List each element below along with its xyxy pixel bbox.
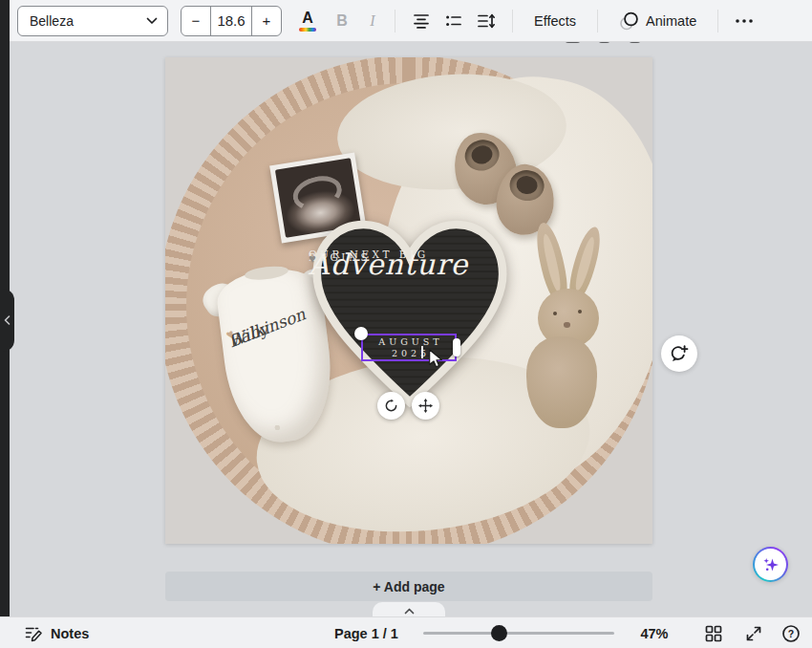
rotate-button[interactable] [377, 392, 405, 420]
font-family-value: Belleza [30, 13, 74, 29]
text-color-icon: A [302, 11, 313, 26]
selection-side-handle[interactable] [453, 338, 460, 356]
grid-view-button[interactable] [700, 617, 727, 648]
selected-text-line1: AUGUST [374, 336, 442, 348]
move-icon [418, 399, 433, 413]
toolbar-divider [717, 10, 718, 32]
rotate-icon [384, 399, 398, 413]
status-bar: Notes Page 1 / 1 47% [0, 616, 812, 648]
grid-view-icon [705, 625, 722, 642]
fullscreen-icon [745, 625, 762, 642]
more-options-button[interactable] [728, 6, 760, 36]
text-align-button[interactable] [407, 6, 436, 36]
sparkles-icon [759, 553, 782, 576]
selected-text-line2: 2025 [388, 348, 430, 359]
font-family-select[interactable]: Belleza [17, 6, 168, 36]
increase-font-size-button[interactable]: + [251, 7, 281, 35]
comment-plus-icon [669, 343, 690, 364]
text-caret [421, 346, 423, 358]
font-size-value[interactable]: 18.6 [211, 7, 251, 35]
add-page-button[interactable]: + Add page [165, 572, 652, 601]
align-center-icon [412, 12, 431, 30]
help-button[interactable]: ? [778, 617, 804, 648]
italic-button[interactable]: I [360, 6, 385, 36]
toolbar-divider [597, 10, 598, 32]
sidebar-expand-tab[interactable] [0, 289, 14, 352]
ellipsis-icon [735, 18, 754, 24]
text-format-toolbar: Belleza − 18.6 + A B I [10, 0, 812, 42]
chevron-left-icon [4, 315, 11, 325]
design-page-canvas[interactable]: Baby Wilkinson ♥ OUR NEXT BIG Adventure … [165, 57, 652, 544]
fullscreen-button[interactable] [740, 617, 767, 648]
knit-bunny-body [526, 336, 597, 428]
canva-editor-window: Belleza − 18.6 + A B I [0, 0, 812, 648]
canva-assistant-button[interactable] [753, 547, 788, 582]
zoom-slider-knob[interactable] [491, 625, 507, 641]
bulleted-list-button[interactable] [439, 6, 468, 36]
chevron-down-icon [146, 17, 158, 25]
animate-label: Animate [646, 13, 696, 29]
font-size-stepper: − 18.6 + [181, 6, 282, 36]
notes-label: Notes [51, 626, 89, 641]
rainbow-color-bar [299, 28, 316, 32]
mouse-cursor [428, 349, 443, 372]
board-line3: BEGINS [309, 251, 371, 263]
heart-letterboard [307, 212, 513, 419]
zoom-slider[interactable] [423, 617, 614, 648]
zoom-slider-track [423, 632, 614, 635]
bold-button[interactable]: B [330, 6, 354, 36]
notes-icon [25, 625, 43, 642]
collapse-footer-tab[interactable] [373, 602, 445, 617]
toolbar-divider [395, 10, 395, 32]
effects-button[interactable]: Effects [523, 6, 588, 36]
board-heart: ♥ [309, 252, 316, 266]
move-button[interactable] [412, 392, 439, 420]
chevron-up-icon [404, 608, 415, 615]
line-spacing-icon [477, 12, 496, 30]
svg-text:?: ? [788, 627, 794, 638]
question-icon: ? [781, 624, 801, 643]
notes-button[interactable]: Notes [25, 617, 89, 648]
line-spacing-button[interactable] [472, 6, 501, 36]
text-color-button[interactable]: A [293, 6, 322, 36]
page-indicator[interactable]: Page 1 / 1 [334, 617, 398, 648]
decrease-font-size-button[interactable]: − [182, 7, 211, 35]
bulleted-list-icon [444, 12, 463, 30]
zoom-percent[interactable]: 47% [633, 617, 675, 648]
bunny-nose [564, 322, 570, 328]
add-comment-button[interactable] [661, 335, 697, 372]
animate-button[interactable]: Animate [608, 6, 708, 36]
selection-corner-handle[interactable] [354, 327, 368, 340]
toolbar-divider [512, 10, 513, 32]
animate-icon [619, 11, 639, 31]
